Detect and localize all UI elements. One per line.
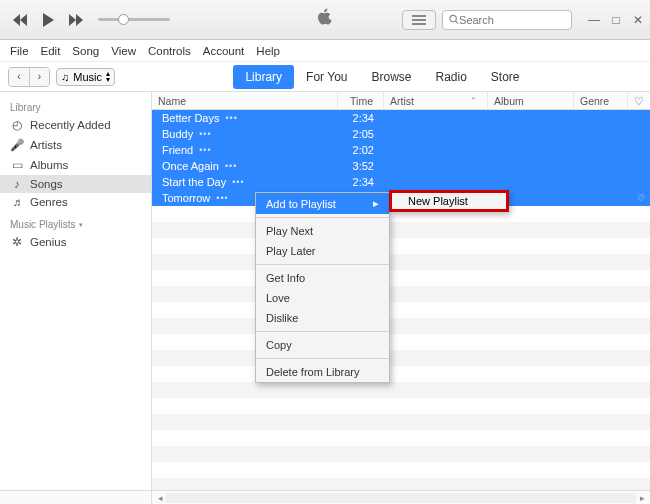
guitar-icon: ♬: [10, 196, 24, 208]
row-actions-icon[interactable]: •••: [199, 145, 211, 155]
sidebar-item-label: Recently Added: [30, 119, 111, 131]
ctx-add-to-playlist[interactable]: Add to Playlist▸: [256, 193, 389, 214]
sidebar-item-genius[interactable]: ✲Genius: [0, 232, 151, 252]
ctx-play-next[interactable]: Play Next: [256, 221, 389, 241]
source-label: Music: [73, 71, 102, 83]
menu-song[interactable]: Song: [68, 43, 103, 59]
chevron-down-icon: ▾: [79, 221, 83, 229]
row-actions-icon[interactable]: •••: [216, 193, 228, 203]
sidebar-item-artists[interactable]: 🎤Artists: [0, 135, 151, 155]
col-genre[interactable]: Genre: [574, 92, 628, 109]
table-row[interactable]: Buddy•••2:05: [152, 126, 650, 142]
row-actions-icon[interactable]: •••: [232, 177, 244, 187]
search-icon: [449, 14, 459, 25]
table-row[interactable]: Once Again•••3:52: [152, 158, 650, 174]
note-icon: ♪: [10, 178, 24, 190]
menu-controls[interactable]: Controls: [144, 43, 195, 59]
playback-controls: [6, 8, 90, 32]
clock-icon: ◴: [10, 118, 24, 132]
menu-bar: File Edit Song View Controls Account Hel…: [0, 40, 650, 62]
submenu-new-playlist[interactable]: New Playlist: [389, 190, 509, 212]
prev-track-button[interactable]: [8, 8, 32, 32]
col-album[interactable]: Album: [488, 92, 574, 109]
svg-point-0: [450, 15, 456, 21]
table-row[interactable]: Better Days•••2:34: [152, 110, 650, 126]
tab-for-you[interactable]: For You: [294, 65, 359, 89]
ctx-dislike[interactable]: Dislike: [256, 308, 389, 328]
table-row[interactable]: Friend•••2:02: [152, 142, 650, 158]
ctx-delete[interactable]: Delete from Library: [256, 362, 389, 382]
submenu-arrow-icon: ▸: [373, 197, 379, 210]
tab-library[interactable]: Library: [233, 65, 294, 89]
nav-back-forward: ‹ ›: [8, 67, 50, 87]
forward-button[interactable]: ›: [29, 68, 49, 86]
close-button[interactable]: ✕: [632, 13, 644, 27]
row-actions-icon[interactable]: •••: [225, 161, 237, 171]
col-love[interactable]: ♡: [628, 92, 650, 109]
scroll-left-icon[interactable]: ◂: [154, 493, 166, 503]
sidebar-item-songs[interactable]: ♪Songs: [0, 175, 151, 193]
horizontal-scrollbar[interactable]: ◂ ▸: [152, 491, 650, 504]
col-name[interactable]: Name: [152, 92, 338, 109]
sort-arrow-icon: ⌃: [470, 96, 481, 105]
status-bar: ◂ ▸: [0, 490, 650, 504]
scroll-right-icon[interactable]: ▸: [636, 493, 648, 503]
tab-store[interactable]: Store: [479, 65, 532, 89]
tab-browse[interactable]: Browse: [359, 65, 423, 89]
genius-icon: ✲: [10, 235, 24, 249]
menu-view[interactable]: View: [107, 43, 140, 59]
sidebar-item-label: Albums: [30, 159, 68, 171]
search-input[interactable]: [459, 14, 565, 26]
menu-file[interactable]: File: [6, 43, 33, 59]
list-view-button[interactable]: [402, 10, 436, 30]
sidebar-item-genres[interactable]: ♬Genres: [0, 193, 151, 211]
table-row[interactable]: Start the Day•••2:34: [152, 174, 650, 190]
context-menu: Add to Playlist▸ Play Next Play Later Ge…: [255, 192, 390, 383]
chevron-updown-icon: ▴▾: [106, 71, 110, 83]
sidebar-item-label: Songs: [30, 178, 63, 190]
back-button[interactable]: ‹: [9, 68, 29, 86]
col-artist[interactable]: Artist⌃: [384, 92, 488, 109]
toolbar: ‹ › ♫ Music ▴▾ Library For You Browse Ra…: [0, 62, 650, 92]
sidebar-item-albums[interactable]: ▭Albums: [0, 155, 151, 175]
sidebar-item-label: Genius: [30, 236, 66, 248]
ctx-copy[interactable]: Copy: [256, 335, 389, 355]
sidebar-item-label: Artists: [30, 139, 62, 151]
minimize-button[interactable]: —: [588, 13, 600, 27]
menu-edit[interactable]: Edit: [37, 43, 65, 59]
col-time[interactable]: Time: [338, 92, 384, 109]
volume-slider[interactable]: [98, 18, 170, 21]
content-area: Name Time Artist⌃ Album Genre ♡ Better D…: [152, 92, 650, 490]
tab-radio[interactable]: Radio: [424, 65, 479, 89]
row-actions-icon[interactable]: •••: [199, 129, 211, 139]
next-track-button[interactable]: [64, 8, 88, 32]
sidebar-item-label: Genres: [30, 196, 68, 208]
play-button[interactable]: [36, 8, 60, 32]
title-bar: — □ ✕: [0, 0, 650, 40]
album-icon: ▭: [10, 158, 24, 172]
maximize-button[interactable]: □: [610, 13, 622, 27]
apple-logo-icon: [317, 8, 333, 31]
music-note-icon: ♫: [61, 71, 69, 83]
sidebar-item-recently-added[interactable]: ◴Recently Added: [0, 115, 151, 135]
svg-line-1: [456, 21, 459, 24]
ctx-get-info[interactable]: Get Info: [256, 268, 389, 288]
sidebar-playlists-header[interactable]: Music Playlists▾: [0, 211, 151, 232]
table-header: Name Time Artist⌃ Album Genre ♡: [152, 92, 650, 110]
window-controls: — □ ✕: [588, 13, 644, 27]
search-field-wrapper[interactable]: [442, 10, 572, 30]
sidebar: Library ◴Recently Added 🎤Artists ▭Albums…: [0, 92, 152, 490]
table-body: Better Days•••2:34 Buddy•••2:05 Friend••…: [152, 110, 650, 490]
menu-help[interactable]: Help: [252, 43, 284, 59]
row-actions-icon[interactable]: •••: [225, 113, 237, 123]
ctx-play-later[interactable]: Play Later: [256, 241, 389, 261]
mic-icon: 🎤: [10, 138, 24, 152]
menu-account[interactable]: Account: [199, 43, 249, 59]
ctx-love[interactable]: Love: [256, 288, 389, 308]
heart-icon: ♡: [634, 95, 644, 107]
source-selector[interactable]: ♫ Music ▴▾: [56, 68, 115, 86]
sidebar-library-header: Library: [0, 98, 151, 115]
